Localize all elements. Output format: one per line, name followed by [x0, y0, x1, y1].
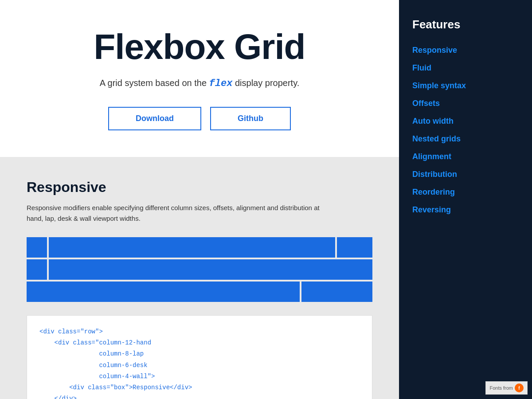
code-line: <div class="row">	[39, 326, 360, 337]
subtitle-before: A grid system based on the	[100, 78, 207, 88]
sidebar-link-reordering[interactable]: Reordering	[412, 184, 519, 200]
sidebar-item-responsive[interactable]: Responsive	[412, 42, 519, 58]
page-title: Flexbox Grid	[18, 27, 381, 67]
grid-cell	[27, 237, 47, 258]
section-title: Responsive	[27, 179, 372, 196]
sidebar-link-nested-grids[interactable]: Nested grids	[412, 131, 519, 147]
subtitle-after: display property.	[235, 78, 299, 88]
sidebar-title: Features	[412, 18, 519, 31]
sidebar-link-auto-width[interactable]: Auto width	[412, 113, 519, 129]
sidebar-item-reordering[interactable]: Reordering	[412, 184, 519, 200]
grid-cell	[337, 237, 372, 258]
sidebar-link-simple-syntax[interactable]: Simple syntax	[412, 78, 519, 94]
sidebar-link-responsive[interactable]: Responsive	[412, 42, 519, 58]
grid-demo	[27, 237, 372, 302]
grid-cell	[49, 237, 335, 258]
github-button[interactable]: Github	[210, 107, 291, 130]
sidebar-item-auto-width[interactable]: Auto width	[412, 113, 519, 129]
code-line: column-8-lap	[39, 348, 360, 360]
sidebar-link-reversing[interactable]: Reversing	[412, 202, 519, 218]
sidebar-nav: Responsive Fluid Simple syntax Offsets A…	[412, 42, 519, 218]
sidebar-item-nested-grids[interactable]: Nested grids	[412, 131, 519, 147]
grid-cell	[27, 259, 47, 280]
hero-section: Flexbox Grid A grid system based on the …	[0, 0, 399, 157]
sidebar: Features Responsive Fluid Simple syntax …	[399, 0, 532, 399]
code-block: <div class="row"> <div class="column-12-…	[27, 315, 372, 399]
flex-keyword: flex	[209, 78, 233, 89]
hero-buttons: Download Github	[18, 107, 381, 130]
grid-cell	[49, 259, 372, 280]
sidebar-link-offsets[interactable]: Offsets	[412, 95, 519, 111]
sidebar-item-fluid[interactable]: Fluid	[412, 60, 519, 76]
code-line: <div class="column-12-hand	[39, 337, 360, 348]
sidebar-item-offsets[interactable]: Offsets	[412, 95, 519, 111]
section-description: Responsive modifiers enable specifying d…	[27, 203, 328, 224]
sidebar-item-alignment[interactable]: Alignment	[412, 149, 519, 164]
code-line: column-6-desk	[39, 360, 360, 371]
grid-row-2	[27, 259, 372, 280]
sidebar-link-distribution[interactable]: Distribution	[412, 166, 519, 182]
sidebar-item-distribution[interactable]: Distribution	[412, 166, 519, 182]
grid-row-1	[27, 237, 372, 258]
responsive-section: Responsive Responsive modifiers enable s…	[0, 157, 399, 399]
code-line: column-4-wall">	[39, 371, 360, 382]
code-line: <div class="box">Responsive</div>	[39, 382, 360, 393]
sidebar-item-simple-syntax[interactable]: Simple syntax	[412, 78, 519, 94]
sidebar-link-alignment[interactable]: Alignment	[412, 149, 519, 164]
code-line: </div>	[39, 393, 360, 399]
sidebar-link-fluid[interactable]: Fluid	[412, 60, 519, 76]
fonts-badge-label: Fonts from	[489, 385, 513, 391]
hero-subtitle: A grid system based on the flex display …	[18, 78, 381, 89]
fonts-badge: Fonts from f	[485, 381, 528, 395]
sidebar-item-reversing[interactable]: Reversing	[412, 202, 519, 218]
grid-cell	[27, 282, 300, 302]
main-content: Flexbox Grid A grid system based on the …	[0, 0, 399, 399]
fonts-badge-icon: f	[515, 383, 524, 392]
grid-row-3	[27, 282, 372, 302]
grid-cell	[301, 282, 372, 302]
download-button[interactable]: Download	[108, 107, 201, 130]
